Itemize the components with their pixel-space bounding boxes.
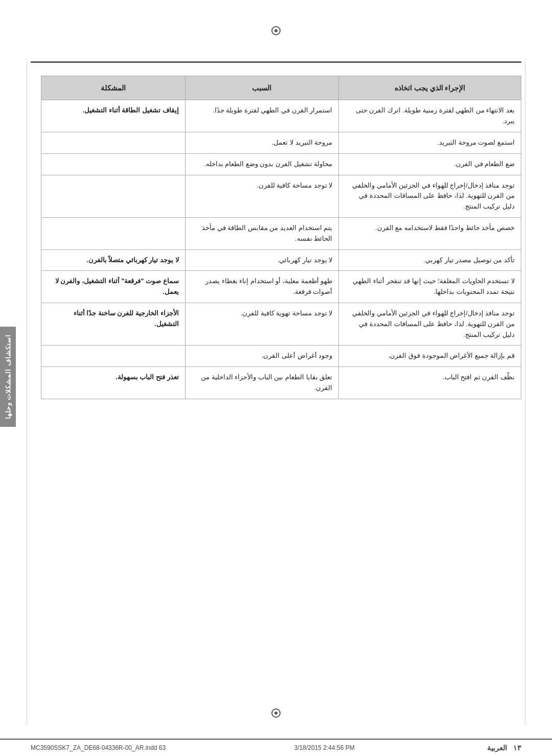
cell-action: لا تستخدم الحاويات المغلفة؛ حيث إنها قد …: [339, 271, 521, 303]
cell-problem: سماع صوت "فرقعة" أثناء التشغيل، والفرن ل…: [41, 271, 186, 303]
cell-cause: مروحة التبريد لا تعمل.: [185, 132, 338, 153]
cell-action: استمع لصوت مروحة التبريد.: [339, 132, 521, 153]
header-cause: السبب: [185, 76, 338, 100]
cell-problem: [41, 217, 186, 249]
cell-cause: لا توجد مساحة كافية للفرن.: [185, 175, 338, 217]
cell-problem: تعذر فتح الباب بسهولة.: [41, 367, 186, 399]
cell-cause: محاولة تشغيل الفرن بدون وضع الطعام بداخل…: [185, 153, 338, 175]
footer-language-label: العربية: [487, 744, 507, 752]
header-action: الإجراء الذي يجب اتخاذه: [339, 76, 521, 100]
table-row: استمع لصوت مروحة التبريد.مروحة التبريد ل…: [41, 132, 521, 153]
footer-file-info: MC3590SSK7_ZA_DE68-04336R-00_AR.indd 63: [31, 744, 166, 751]
cell-cause: طهو أطعمة معلبة، أو استخدام إناء بغطاء ي…: [185, 271, 338, 303]
cell-problem: [41, 175, 186, 217]
cell-problem: [41, 346, 186, 367]
table-row: توجد منافذ إدخال/إخراج للهواء في الجزئين…: [41, 175, 521, 217]
cell-action: بعد الانتهاء من الطهي لفترة زمنية طويلة.…: [339, 100, 521, 132]
cell-problem: [41, 132, 186, 153]
cell-cause: استمرار الفرن في الطهي لفترة طويلة جدًا.: [185, 100, 338, 132]
cell-cause: وجود أغراض أعلى الفرن.: [185, 346, 338, 367]
footer-page-info: ١٣ العربية: [483, 744, 521, 752]
bottom-area: [0, 688, 552, 739]
footer: MC3590SSK7_ZA_DE68-04336R-00_AR.indd 63 …: [0, 739, 552, 756]
cell-cause: تعلق بقايا الطعام بين الباب والأجزاء الد…: [185, 367, 338, 399]
bottom-circle-decoration: [271, 708, 281, 718]
table-row: توجد منافذ إدخال/إخراج للهواء في الجزئين…: [41, 303, 521, 345]
top-separator-line: [31, 61, 521, 63]
table-row: نظّف الفرن ثم افتح الباب.تعلق بقايا الطع…: [41, 367, 521, 399]
cell-cause: لا توجد مساحة تهوية كافية للفرن.: [185, 303, 338, 345]
table-row: ضع الطعام في الفرن.محاولة تشغيل الفرن بد…: [41, 153, 521, 175]
top-circle-decoration: [271, 26, 281, 35]
table-row: بعد الانتهاء من الطهي لفترة زمنية طويلة.…: [41, 100, 521, 132]
page-container: استكشاف المشكلات وحلها الإجراء الذي يجب …: [0, 0, 552, 756]
troubleshoot-table: الإجراء الذي يجب اتخاذه السبب المشكلة بع…: [41, 76, 521, 399]
main-content: استكشاف المشكلات وحلها الإجراء الذي يجب …: [0, 65, 552, 688]
cell-problem: [41, 153, 186, 175]
table-row: خصص مأخذ حائط واحدًا فقط لاستخدامه مع ال…: [41, 217, 521, 249]
cell-problem: لا يوجد تيار كهربائي متصلاً بالفرن.: [41, 249, 186, 271]
cell-action: توجد منافذ إدخال/إخراج للهواء في الجزئين…: [339, 175, 521, 217]
cell-action: ضع الطعام في الفرن.: [339, 153, 521, 175]
footer-page-number: ١٣: [513, 744, 521, 752]
cell-action: توجد منافذ إدخال/إخراج للهواء في الجزئين…: [339, 303, 521, 345]
table-row: قم بإزالة جميع الأغراض الموجودة فوق الفر…: [41, 346, 521, 367]
cell-action: قم بإزالة جميع الأغراض الموجودة فوق الفر…: [339, 346, 521, 367]
cell-action: نظّف الفرن ثم افتح الباب.: [339, 367, 521, 399]
table-header-row: الإجراء الذي يجب اتخاذه السبب المشكلة: [41, 76, 521, 100]
side-tab: استكشاف المشكلات وحلها: [0, 326, 16, 426]
cell-cause: لا يوجد تيار كهربائي.: [185, 249, 338, 271]
cell-cause: يتم استخدام العديد من مقابس الطاقة في مأ…: [185, 217, 338, 249]
cell-action: خصص مأخذ حائط واحدًا فقط لاستخدامه مع ال…: [339, 217, 521, 249]
header-problem: المشكلة: [41, 76, 186, 100]
cell-problem: الأجزاء الخارجية للفرن ساخنة جدًا أثناء …: [41, 303, 186, 345]
table-row: لا تستخدم الحاويات المغلفة؛ حيث إنها قد …: [41, 271, 521, 303]
cell-action: تأكد من توصيل مصدر تيار كهربي.: [339, 249, 521, 271]
cell-problem: إيقاف تشغيل الطاقة أثناء التشغيل.: [41, 100, 186, 132]
top-area: [0, 0, 552, 61]
table-row: تأكد من توصيل مصدر تيار كهربي.لا يوجد تي…: [41, 249, 521, 271]
footer-date: 3/18/2015 2:44:56 PM: [294, 744, 355, 751]
